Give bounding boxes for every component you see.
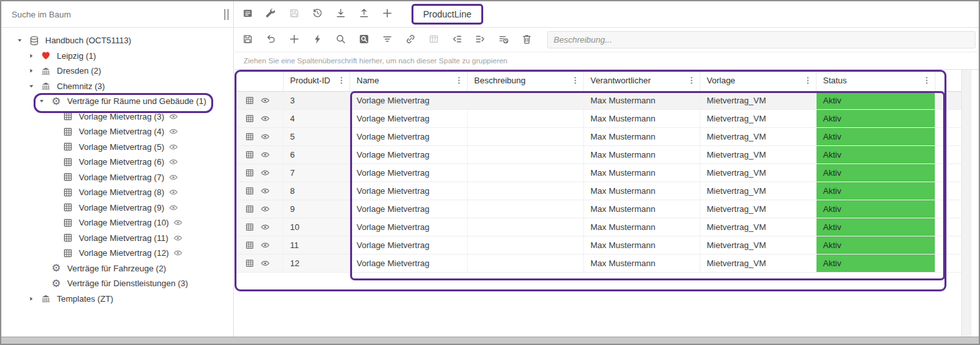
panel-button[interactable] — [236, 3, 259, 26]
eye-icon[interactable] — [169, 157, 178, 167]
table-row[interactable]: 8Vorlage MietvertragMax MustermannMietve… — [235, 182, 961, 200]
tree-item[interactable]: Vorlage Mietvertrag (8) — [1, 185, 233, 200]
tree-item[interactable]: Vorlage Mietvertrag (4) — [1, 124, 233, 140]
description-input[interactable] — [547, 31, 975, 48]
eye-icon[interactable] — [260, 222, 270, 232]
eye-icon[interactable] — [260, 132, 270, 141]
table-icon[interactable] — [245, 240, 255, 250]
column-menu-icon[interactable] — [685, 74, 698, 87]
tree-item[interactable]: ⚙Verträge für Dienstleistungen (3) — [1, 276, 233, 291]
plus-button[interactable] — [375, 3, 399, 26]
tree-item[interactable]: Chemnitz (3) — [1, 79, 233, 94]
outdent-button[interactable] — [445, 28, 468, 52]
tree-search-input[interactable] — [12, 10, 216, 19]
table-icon[interactable] — [245, 186, 255, 196]
column-menu-icon[interactable] — [452, 74, 465, 87]
caret-down-icon[interactable] — [35, 98, 48, 105]
splitter-handle[interactable] — [224, 9, 229, 20]
tree-item[interactable]: Vorlage Mietvertrag (10) — [1, 215, 233, 231]
column-menu-icon[interactable] — [801, 74, 814, 87]
tab-productline[interactable]: ProductLine — [412, 4, 483, 25]
tree-item[interactable]: ⚙Verträge für Räume und Gebäude (1) — [1, 94, 233, 109]
table-row[interactable]: 12Vorlage MietvertragMax MustermannMietv… — [235, 255, 961, 273]
eye-icon[interactable] — [260, 186, 270, 196]
list-history-button[interactable] — [492, 28, 515, 52]
table-icon[interactable] — [245, 168, 255, 178]
table-icon[interactable] — [245, 150, 255, 160]
eye-icon[interactable] — [173, 248, 183, 258]
tree-item[interactable]: Vorlage Mietvertrag (9) — [1, 200, 233, 216]
column-menu-icon[interactable] — [335, 74, 348, 87]
table-icon[interactable] — [245, 258, 255, 268]
header-cell-verantwortlicher[interactable]: Verantwortlicher — [584, 70, 700, 91]
tree-item[interactable]: Templates (ZT) — [1, 291, 233, 307]
eye-icon[interactable] — [260, 114, 270, 123]
caret-right-icon[interactable] — [25, 67, 37, 74]
search-box-button[interactable] — [352, 28, 375, 52]
eye-icon[interactable] — [173, 218, 183, 227]
header-cell-vorlage[interactable]: Vorlage — [700, 70, 817, 91]
history-button[interactable] — [306, 3, 329, 26]
tree-item[interactable]: ⚙Verträge für Fahrzeuge (2) — [1, 261, 233, 277]
eye-icon[interactable] — [260, 258, 270, 268]
eye-icon[interactable] — [169, 112, 178, 121]
table-row[interactable]: 7Vorlage MietvertragMax MustermannMietve… — [235, 164, 961, 182]
flash-button[interactable] — [306, 28, 329, 52]
header-cell-beschreibung[interactable]: Beschreibung — [468, 70, 584, 91]
indent-button[interactable] — [468, 28, 492, 52]
table-icon[interactable] — [245, 96, 255, 105]
table-row[interactable]: 9Vorlage MietvertragMax MustermannMietve… — [235, 200, 961, 218]
eye-icon[interactable] — [169, 142, 178, 152]
link-button[interactable] — [399, 28, 422, 52]
filter-button[interactable] — [375, 28, 399, 52]
tree-item[interactable]: Vorlage Mietvertrag (7) — [1, 170, 233, 185]
table-row[interactable]: 11Vorlage MietvertragMax MustermannMietv… — [235, 236, 961, 255]
search-button[interactable] — [329, 28, 352, 52]
eye-icon[interactable] — [169, 187, 178, 197]
tree-item[interactable]: Vorlage Mietvertrag (3) — [1, 109, 233, 125]
caret-right-icon[interactable] — [25, 52, 37, 59]
tree-item[interactable]: Vorlage Mietvertrag (11) — [1, 231, 233, 246]
header-cell-produkt-id[interactable]: Produkt-ID — [284, 70, 350, 91]
header-cell-status[interactable]: Status — [817, 70, 935, 91]
table-row[interactable]: 5Vorlage MietvertragMax MustermannMietve… — [235, 128, 961, 146]
wrench-button[interactable] — [259, 3, 282, 26]
eye-icon[interactable] — [260, 150, 270, 160]
tree-item[interactable]: Dresden (2) — [1, 63, 233, 79]
vertical-scrollbar[interactable] — [961, 70, 972, 337]
caret-right-icon[interactable] — [25, 295, 37, 302]
upload-button[interactable] — [352, 3, 375, 26]
column-menu-icon[interactable] — [920, 74, 933, 87]
eye-icon[interactable] — [260, 204, 270, 214]
tree-item[interactable]: Leipzig (1) — [1, 48, 233, 64]
delete-button[interactable] — [515, 28, 538, 52]
undo-button[interactable] — [259, 28, 282, 52]
table-icon[interactable] — [245, 132, 255, 141]
eye-icon[interactable] — [169, 127, 178, 136]
table-icon[interactable] — [245, 222, 255, 232]
header-cell-name[interactable]: Name — [350, 70, 468, 91]
caret-down-icon[interactable] — [25, 83, 37, 90]
tree-item[interactable]: Vorlage Mietvertrag (5) — [1, 140, 233, 155]
eye-icon[interactable] — [260, 240, 270, 250]
tree-item[interactable]: Vorlage Mietvertrag (6) — [1, 154, 233, 170]
download-button[interactable] — [329, 3, 352, 26]
table-row[interactable]: 6Vorlage MietvertragMax MustermannMietve… — [235, 146, 961, 164]
eye-icon[interactable] — [260, 168, 270, 178]
horizontal-scrollbar[interactable] — [1, 337, 979, 344]
eye-icon[interactable] — [260, 96, 270, 105]
save-button[interactable] — [236, 28, 259, 52]
table-icon[interactable] — [245, 114, 255, 123]
tree-item[interactable]: Vorlage Mietvertrag (12) — [1, 246, 233, 261]
caret-down-icon[interactable] — [13, 37, 26, 44]
eye-icon[interactable] — [169, 172, 178, 182]
table-icon[interactable] — [245, 204, 255, 214]
table-row[interactable]: 10Vorlage MietvertragMax MustermannMietv… — [235, 218, 961, 236]
eye-icon[interactable] — [173, 233, 183, 243]
table-row[interactable]: 4Vorlage MietvertragMax MustermannMietve… — [235, 110, 961, 128]
column-menu-icon[interactable] — [568, 74, 581, 87]
eye-icon[interactable] — [169, 203, 178, 213]
table-row[interactable]: 3Vorlage MietvertragMax MustermannMietve… — [235, 92, 961, 110]
plus-button[interactable] — [282, 28, 306, 52]
tree-item[interactable]: Handbuch (OCT51113) — [1, 33, 233, 48]
